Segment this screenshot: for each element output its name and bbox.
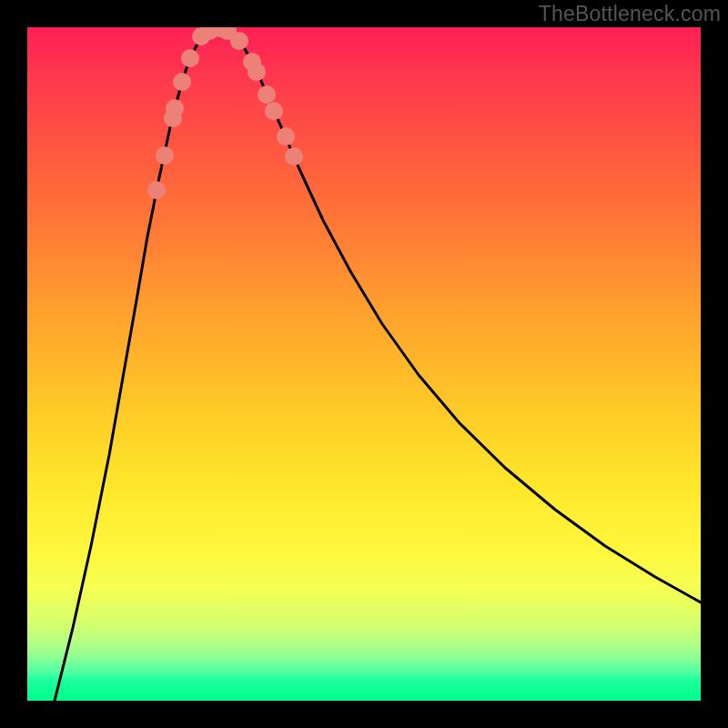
data-marker: [230, 32, 248, 50]
chart-canvas: [27, 27, 701, 701]
bottleneck-curve: [55, 28, 701, 701]
chart-frame: TheBottleneck.com: [0, 0, 728, 728]
data-marker: [277, 127, 295, 146]
data-marker: [265, 102, 283, 120]
data-marker: [156, 147, 174, 165]
data-marker: [181, 49, 199, 67]
watermark-text: TheBottleneck.com: [539, 2, 721, 26]
data-marker: [173, 73, 191, 91]
data-marker: [285, 147, 303, 166]
data-marker: [166, 99, 184, 117]
data-marker: [147, 181, 166, 199]
data-marker: [258, 86, 276, 104]
data-marker: [248, 63, 266, 81]
plot-area: [27, 27, 701, 701]
